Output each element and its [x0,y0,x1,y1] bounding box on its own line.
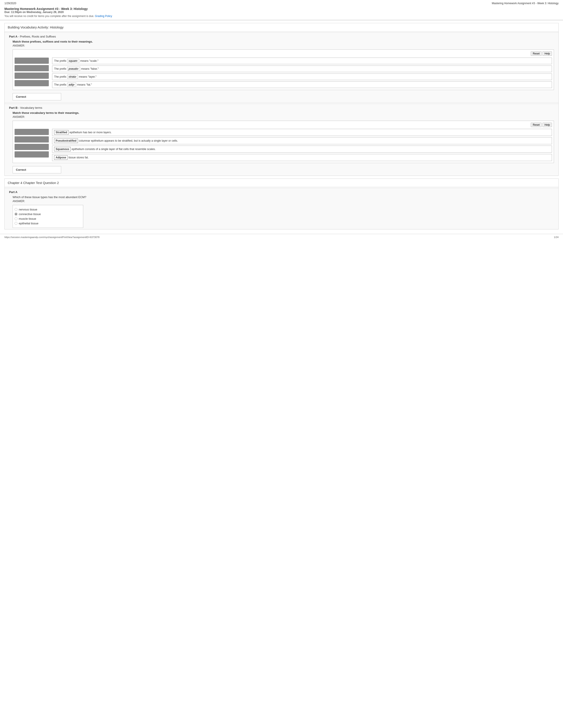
chapter4-radio-group: nervous tissue connective tissue muscle … [15,207,81,226]
part-b-controls: Reset Help [15,123,552,127]
footer-url: https://session.masteringaandp.com/myct/… [4,236,100,238]
part-a-controls: Reset Help [15,51,552,56]
part-b-answer-label: ANSWER: [5,115,558,119]
option-connective[interactable]: connective tissue [15,212,81,216]
radio-connective[interactable] [15,213,17,216]
footer-page: 1/24 [554,236,559,238]
radio-epithelial[interactable] [15,222,17,225]
chapter4-title: Chapter 4 Chapter Test Question 2 [5,179,558,187]
option-nervous[interactable]: nervous tissue [15,208,81,211]
part-a-correct-badge: Correct [13,93,61,100]
drag-item-b-4[interactable] [15,151,49,158]
keyword-squamous: Squamous [54,147,71,151]
part-a-instruction: Match these prefixes, suffixes and roots… [5,39,558,44]
drag-item-3[interactable] [15,73,49,79]
part-a-answer-label: ANSWER: [5,44,558,48]
assignment-info: Mastering Homework Assignment #3 - Week … [0,6,563,20]
match-row-squamous: Squamous epithelium consists of a single… [52,146,552,153]
section1-title: Building Vocabulary Activity: Histology [5,23,558,32]
grading-notice: You will receive no credit for items you… [4,14,559,18]
chapter4-answer-label: ANSWER: [5,199,558,204]
keyword-adipose: Adipose [54,155,68,160]
drag-item-4[interactable] [15,80,49,86]
match-row-adipose: Adipose tissue stores fat. [52,154,552,161]
part-b-header: Part B - Vocabulary terms [5,104,558,110]
part-b-reset-button[interactable]: Reset [531,123,542,127]
grading-policy-link[interactable]: Grading Policy [95,15,112,18]
part-b-help-button[interactable]: Help [542,123,552,127]
part-a-matching-area: The prefix squam- means "scale." The pre… [15,58,552,88]
part-a-match-items: The prefix squam- means "scale." The pre… [52,58,552,88]
drag-item-b-2[interactable] [15,136,49,143]
match-row-pseudo: The prefix pseudo- means "false." [52,66,552,72]
match-row-squam: The prefix squam- means "scale." [52,58,552,64]
match-row-pseudostratified: Pseudostratified columnar epithelium app… [52,137,552,144]
keyword-strata: strata- [67,75,78,79]
part-a-help-button[interactable]: Help [542,51,552,56]
part-b-drag-targets [15,129,50,158]
page-footer: https://session.masteringaandp.com/myct/… [0,234,563,240]
keyword-pseudostratified: Pseudostratified [54,139,78,143]
keyword-adip: adip- [67,83,76,87]
radio-nervous[interactable] [15,208,17,211]
header-date: 1/29/2020 [4,2,16,5]
drag-item-b-1[interactable] [15,129,49,135]
part-b-correct-badge: Correct [13,166,61,173]
match-row-stratified: Stratified epithelium has two or more la… [52,129,552,136]
chapter4-answer-box: nervous tissue connective tissue muscle … [13,205,83,228]
part-b-instruction: Match these vocabulary terms to their me… [5,110,558,115]
option-muscle[interactable]: muscle tissue [15,217,81,220]
chapter4-question: Which of these tissue types has the most… [5,195,558,199]
assignment-title: Mastering Homework Assignment #3 - Week … [4,7,559,11]
page-header: 1/29/2020 Mastering Homework Assignment … [0,0,563,6]
chapter4-section: Chapter 4 Chapter Test Question 2 Part A… [4,178,559,229]
keyword-pseudo: pseudo- [67,67,80,71]
part-b-match-items: Stratified epithelium has two or more la… [52,129,552,161]
chapter4-part-a-header: Part A [5,188,558,195]
part-a-header: Part A - Prefixes, Roots and Suffixes [5,32,558,39]
building-vocabulary-section: Building Vocabulary Activity: Histology … [4,23,559,176]
header-title: Mastering Homework Assignment #3 - Week … [492,2,559,5]
drag-item-b-3[interactable] [15,144,49,150]
part-b-answer-box: Reset Help Stratified epithelium has two… [13,121,554,163]
match-row-adip: The prefix adip- means "fat." [52,81,552,88]
due-date: Due: 11:59pm on Wednesday, January 29, 2… [4,11,559,14]
drag-item-1[interactable] [15,58,49,64]
drag-item-2[interactable] [15,65,49,71]
keyword-squam: squam- [67,59,79,63]
part-a-answer-box: Reset Help The prefix squam- means "scal… [13,49,554,90]
match-row-strata: The prefix strata- means "layer." [52,73,552,80]
part-a-reset-button[interactable]: Reset [531,51,542,56]
radio-muscle[interactable] [15,217,17,220]
part-a-drag-targets [15,58,50,86]
keyword-stratified: Stratified [54,130,69,135]
option-epithelial[interactable]: epithelial tissue [15,222,81,225]
part-b-matching-area: Stratified epithelium has two or more la… [15,129,552,161]
